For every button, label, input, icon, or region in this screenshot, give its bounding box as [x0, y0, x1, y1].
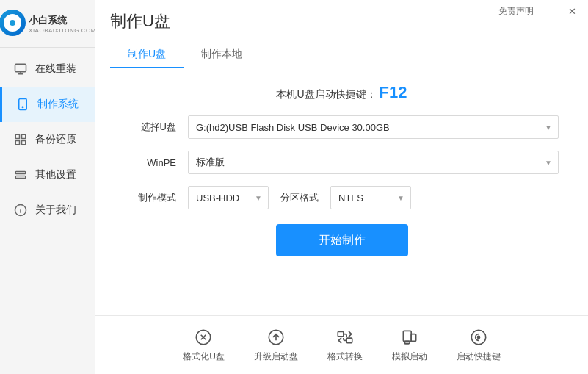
format-convert-label: 格式转换 [327, 350, 363, 363]
toolbar-item-upgrade-boot[interactable]: 升级启动盘 [254, 327, 298, 363]
svg-rect-5 [15, 141, 19, 145]
content-area: 本机U盘启动快捷键：F12 选择U盘 G:(hd2)USB Flash Disk… [95, 68, 588, 315]
sidebar-item-backup-restore[interactable]: 备份还原 [0, 122, 95, 157]
mode-select[interactable]: USB-HDD ▼ [188, 186, 269, 209]
main-content: 制作U盘 制作U盘 制作本地 本机U盘启动快捷键：F12 选择U盘 G:(hd2… [95, 0, 588, 374]
svg-rect-8 [15, 176, 26, 179]
format-usb-label: 格式化U盘 [183, 350, 225, 363]
logo-name: 小白系统 [29, 14, 96, 27]
logo-subtitle: XIAOBAIXITONG.COM [29, 27, 96, 34]
toolbar-item-simulate-boot[interactable]: 模拟启动 [392, 327, 427, 363]
usb-select-row: 选择U盘 G:(hd2)USB Flash Disk USB Device 30… [125, 115, 559, 139]
bottom-toolbar: 格式化U盘 升级启动盘 [95, 315, 588, 374]
partition-label: 分区格式 [280, 191, 319, 204]
tabs: 制作U盘 制作本地 [110, 41, 573, 68]
sidebar-item-about[interactable]: 关于我们 [0, 193, 95, 228]
svg-point-22 [477, 336, 479, 338]
usb-select-wrapper: G:(hd2)USB Flash Disk USB Device 30.00GB… [188, 115, 559, 139]
online-reinstall-icon [13, 62, 28, 76]
mode-row: 制作模式 USB-HDD ▼ 分区格式 NTFS ▼ [125, 186, 559, 209]
sidebar-item-online-reinstall[interactable]: 在线重装 [0, 51, 95, 87]
app-container: 在线重装 制作系统 备份还原 [0, 0, 588, 374]
upgrade-boot-label: 升级启动盘 [254, 350, 298, 363]
boot-shortcut-label: 启动快捷键 [457, 350, 501, 363]
simulate-boot-label: 模拟启动 [392, 350, 427, 363]
usb-select-value: G:(hd2)USB Flash Disk USB Device 30.00GB [196, 122, 390, 133]
format-usb-icon [193, 327, 214, 348]
toolbar-item-format-usb[interactable]: 格式化U盘 [183, 327, 225, 363]
sidebar-item-backup-restore-label: 备份还原 [35, 133, 76, 146]
simulate-boot-icon [399, 327, 420, 348]
shortcut-key: F12 [380, 83, 407, 101]
sidebar-item-make-system-label: 制作系统 [37, 98, 79, 111]
svg-rect-4 [22, 134, 26, 138]
mode-select-value: USB-HDD [196, 193, 239, 204]
shortcut-prefix: 本机U盘启动快捷键： [276, 88, 376, 100]
sidebar-item-online-reinstall-label: 在线重装 [35, 62, 76, 76]
title-bar: 免责声明 — ✕ [491, 0, 588, 23]
winpe-select-value: 标准版 [196, 156, 225, 169]
sidebar-item-make-system[interactable]: 制作系统 [0, 87, 95, 122]
logo-icon [0, 10, 26, 36]
upgrade-boot-icon [266, 327, 286, 348]
sidebar: 在线重装 制作系统 备份还原 [0, 0, 95, 374]
other-settings-icon [13, 168, 28, 182]
usb-label: 选择U盘 [125, 121, 176, 134]
winpe-row: WinPE 标准版 ▼ [125, 151, 559, 174]
svg-rect-19 [411, 334, 416, 342]
about-icon [13, 203, 28, 217]
tab-make-local[interactable]: 制作本地 [184, 42, 260, 68]
svg-rect-3 [15, 134, 19, 138]
toolbar-item-format-convert[interactable]: 格式转换 [327, 327, 363, 363]
sidebar-item-about-label: 关于我们 [35, 204, 76, 217]
svg-point-2 [22, 107, 23, 108]
logo-area: 小白系统 XIAOBAIXITONG.COM [0, 0, 95, 48]
backup-restore-icon [13, 132, 28, 147]
usb-select[interactable]: G:(hd2)USB Flash Disk USB Device 30.00GB… [188, 115, 559, 139]
svg-rect-15 [338, 331, 344, 337]
close-button[interactable]: ✕ [564, 4, 581, 18]
partition-select[interactable]: NTFS ▼ [330, 186, 411, 209]
partition-select-arrow: ▼ [397, 194, 404, 202]
mode-select-arrow: ▼ [255, 194, 262, 202]
winpe-select[interactable]: 标准版 ▼ [188, 151, 559, 174]
svg-rect-0 [15, 64, 26, 72]
sidebar-item-other-settings[interactable]: 其他设置 [0, 157, 95, 193]
mode-label: 制作模式 [125, 191, 176, 204]
usb-select-arrow: ▼ [545, 123, 552, 132]
svg-rect-7 [15, 172, 26, 174]
sidebar-item-other-settings-label: 其他设置 [35, 168, 76, 181]
winpe-select-wrapper: 标准版 ▼ [188, 151, 559, 174]
make-system-icon [15, 97, 30, 112]
svg-rect-16 [346, 338, 352, 343]
format-convert-icon [335, 327, 355, 348]
disclaimer-link[interactable]: 免责声明 [498, 5, 534, 18]
winpe-select-arrow: ▼ [545, 159, 552, 167]
boot-shortcut-icon [468, 327, 489, 348]
toolbar-item-boot-shortcut[interactable]: 启动快捷键 [457, 327, 501, 363]
partition-select-value: NTFS [338, 193, 363, 204]
start-button[interactable]: 开始制作 [276, 224, 408, 256]
minimize-button[interactable]: — [540, 4, 558, 18]
winpe-label: WinPE [125, 157, 176, 168]
shortcut-hint: 本机U盘启动快捷键：F12 [125, 83, 559, 102]
svg-rect-17 [403, 331, 411, 341]
svg-rect-6 [22, 141, 26, 145]
tab-make-usb[interactable]: 制作U盘 [110, 42, 184, 68]
